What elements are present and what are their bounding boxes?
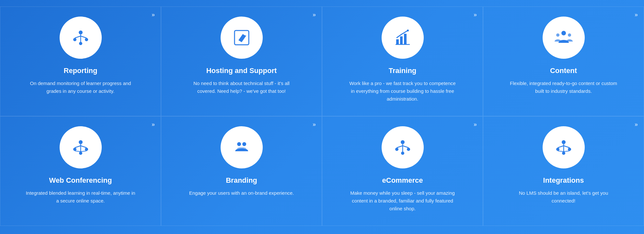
svg-line-35 (403, 146, 408, 148)
svg-point-29 (401, 140, 405, 144)
arrow-reporting: » (152, 11, 155, 18)
icon-circle-reporting (60, 17, 102, 59)
title-branding: Branding (226, 176, 257, 185)
card-content[interactable]: » Content Flexible, integrated ready-to-… (483, 6, 644, 116)
desc-ecommerce: Make money while you sleep - sell your a… (348, 189, 458, 213)
svg-point-19 (85, 148, 88, 151)
content-icon (554, 28, 573, 47)
title-reporting: Reporting (64, 67, 98, 75)
icon-circle-ecommerce (382, 126, 424, 168)
title-content: Content (550, 67, 577, 75)
svg-point-2 (85, 38, 88, 41)
title-conferencing: Web Conferencing (49, 176, 112, 185)
cards-grid: » Reporting On demand monitoring of lear… (0, 6, 644, 226)
svg-point-0 (79, 31, 83, 34)
svg-line-5 (75, 36, 81, 38)
desc-branding: Engage your users with an on-brand exper… (189, 189, 294, 197)
svg-point-3 (79, 42, 82, 45)
svg-rect-9 (396, 39, 399, 44)
svg-rect-10 (400, 36, 403, 44)
hosting-icon (232, 28, 251, 47)
arrow-integrations: » (635, 121, 638, 128)
svg-point-14 (561, 31, 566, 35)
card-ecommerce[interactable]: » eCommerce Make money while you sleep -… (322, 116, 483, 226)
arrow-conferencing: » (152, 121, 155, 128)
icon-circle-integrations (543, 126, 585, 168)
arrow-training: » (474, 11, 477, 18)
svg-point-12 (407, 30, 409, 31)
card-hosting[interactable]: » Hosting and Support No need to think a… (161, 6, 322, 116)
svg-point-36 (562, 140, 566, 144)
ecommerce-icon (393, 138, 412, 157)
arrow-branding: » (313, 121, 316, 128)
svg-point-20 (79, 152, 82, 155)
svg-point-37 (556, 148, 559, 151)
svg-point-31 (407, 148, 410, 151)
svg-line-44 (564, 151, 569, 152)
svg-point-17 (79, 140, 83, 144)
svg-point-26 (237, 142, 241, 146)
desc-content: Flexible, integrated ready-to-go content… (509, 80, 619, 95)
svg-line-6 (81, 36, 86, 38)
icon-circle-conferencing (60, 126, 102, 168)
card-reporting[interactable]: » Reporting On demand monitoring of lear… (0, 6, 161, 116)
svg-line-41 (558, 146, 564, 148)
branding-icon (232, 138, 251, 157)
icon-circle-hosting (221, 17, 263, 59)
arrow-ecommerce: » (474, 121, 477, 128)
svg-point-16 (568, 33, 571, 37)
reporting-icon (71, 28, 90, 47)
title-integrations: Integrations (543, 176, 584, 185)
wave-decoration (0, 232, 644, 234)
svg-point-15 (556, 33, 559, 37)
svg-line-42 (564, 146, 569, 148)
svg-rect-11 (404, 34, 407, 44)
card-branding[interactable]: » Branding Engage your users with an on-… (161, 116, 322, 226)
arrow-hosting: » (313, 11, 316, 18)
icon-circle-content (543, 17, 585, 59)
training-icon (393, 28, 412, 47)
svg-line-43 (558, 151, 564, 152)
desc-training: Work like a pro - we fast track you to c… (348, 80, 458, 103)
title-training: Training (389, 67, 417, 75)
svg-line-34 (397, 146, 403, 148)
svg-point-32 (401, 152, 404, 155)
icon-circle-training (382, 17, 424, 59)
svg-point-28 (237, 147, 246, 150)
svg-point-18 (73, 148, 76, 151)
conferencing-icon (71, 138, 90, 157)
svg-point-39 (562, 152, 565, 155)
svg-line-24 (75, 151, 81, 152)
card-training[interactable]: » Training Work like a pro - we fast tra… (322, 6, 483, 116)
card-integrations[interactable]: » Integrations No LMS should be an islan… (483, 116, 644, 226)
arrow-content: » (635, 11, 638, 18)
desc-integrations: No LMS should be an island, let's get yo… (509, 189, 619, 205)
main-wrapper: » Reporting On demand monitoring of lear… (0, 0, 644, 234)
title-hosting: Hosting and Support (206, 67, 277, 75)
title-ecommerce: eCommerce (382, 176, 423, 185)
desc-hosting: No need to think about technical stuff -… (187, 80, 297, 95)
icon-circle-branding (221, 126, 263, 168)
svg-line-22 (75, 146, 81, 148)
svg-point-27 (242, 142, 246, 146)
svg-point-38 (568, 148, 571, 151)
card-conferencing[interactable]: » Web Conferencing Integrated blended le… (0, 116, 161, 226)
svg-line-23 (81, 146, 86, 148)
svg-point-1 (73, 38, 76, 41)
desc-reporting: On demand monitoring of learner progress… (26, 80, 136, 95)
desc-conferencing: Integrated blended learning in real-time… (26, 189, 136, 205)
integrations-icon (554, 138, 573, 157)
svg-line-25 (81, 151, 86, 152)
svg-point-30 (395, 148, 398, 151)
